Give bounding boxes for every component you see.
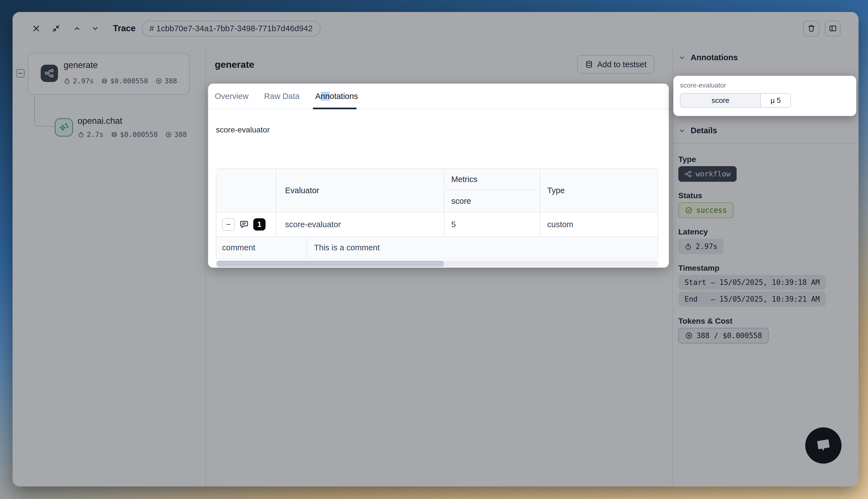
comment-key-cell: comment	[216, 237, 308, 258]
support-chat-button[interactable]	[805, 427, 842, 464]
tab-bar: Overview Raw Data Annotations	[208, 84, 669, 109]
trace-id-chip: # 1cbb70e7-34a1-7bb7-3498-771b7d46d942	[142, 21, 321, 37]
timestamp-label: Timestamp	[678, 264, 719, 273]
status-label: Status	[678, 191, 702, 200]
scrollbar-thumb[interactable]	[216, 261, 444, 267]
coins-icon	[101, 77, 108, 84]
node-metrics: 2.97s $0.000558 388	[64, 77, 177, 85]
score-value-addon: µ 5	[760, 94, 791, 107]
horizontal-scrollbar[interactable]	[216, 260, 658, 267]
header-type: Type	[541, 169, 658, 212]
tab-raw-data[interactable]: Raw Data	[264, 84, 300, 109]
latency-label: Latency	[678, 228, 708, 236]
timestamp-start-badge: Start — 15/05/2025, 10:39:18 AM	[678, 275, 826, 290]
score-evaluator-card: score-evaluator score µ 5	[673, 76, 856, 116]
header-metrics: Metrics	[445, 169, 541, 191]
text-selection: nn	[321, 92, 330, 101]
main-panel: generate Add to testset Overview Raw Dat…	[206, 45, 673, 486]
evaluator-section-title: score-evaluator	[216, 125, 270, 134]
row-type-cell: custom	[541, 212, 658, 236]
tokens-circle-plus-icon	[155, 77, 162, 84]
node-title: generate	[64, 60, 98, 70]
workflow-icon	[685, 170, 692, 178]
divider	[673, 74, 858, 74]
chevron-down-icon	[678, 54, 686, 61]
header-actions-cell	[216, 169, 276, 212]
divider	[673, 143, 858, 144]
row-score-cell: 5	[445, 212, 541, 236]
row-evaluator-cell: score-evaluator	[276, 212, 445, 236]
stopwatch-icon	[64, 77, 71, 84]
tab-content: score-evaluator Evaluator Metrics score …	[208, 109, 669, 267]
collapse-row-icon[interactable]	[222, 218, 235, 231]
add-to-testset-button[interactable]: Add to testset	[577, 55, 654, 74]
span-title: generate	[215, 59, 254, 70]
table-row-actions: 1	[216, 212, 276, 236]
panel-layout-icon	[829, 24, 837, 33]
annotation-count-badge: 1	[253, 218, 266, 231]
tree-node-openai-chat[interactable]: openai.chat	[77, 116, 122, 126]
annotation-evaluator-label: score-evaluator	[680, 82, 849, 89]
header-evaluator: Evaluator	[276, 169, 445, 212]
close-icon[interactable]	[32, 24, 40, 33]
trace-tree-sidebar: generate 2.97s $0.000558 388 openai.chat…	[13, 45, 206, 486]
score-input[interactable]: score µ 5	[680, 93, 791, 108]
header-metric-score: score	[445, 191, 541, 212]
stopwatch-icon	[77, 131, 85, 138]
tab-annotations[interactable]: Annotations	[315, 84, 358, 109]
check-circle-icon	[685, 207, 692, 214]
stopwatch-icon	[685, 243, 692, 250]
tokens-circle-plus-icon	[165, 131, 172, 138]
comment-subrow: comment This is a comment	[216, 236, 658, 258]
topbar: Trace # 1cbb70e7-34a1-7bb7-3498-771b7d46…	[13, 12, 858, 45]
tokens-cost-label: Tokens & Cost	[678, 317, 733, 326]
tokens-circle-plus-icon	[685, 332, 693, 340]
sparkles-icon[interactable]	[55, 118, 73, 137]
annotations-section-header[interactable]: Annotations	[678, 53, 738, 62]
chevron-down-icon	[678, 127, 686, 134]
chevron-up-icon[interactable]	[73, 25, 81, 32]
trash-icon	[807, 24, 816, 33]
status-badge: success	[678, 203, 734, 218]
comment-value-cell: This is a comment	[308, 237, 658, 258]
details-section-header[interactable]: Details	[678, 126, 717, 135]
latency-badge: 2.97s	[678, 239, 724, 254]
timestamp-end-badge: End — 15/05/2025, 10:39:21 AM	[678, 292, 826, 307]
coins-icon	[111, 131, 118, 138]
drawer-title: Trace	[113, 23, 135, 34]
score-metric-field[interactable]: score	[680, 94, 760, 107]
database-icon	[585, 60, 593, 69]
type-badge: workflow	[678, 166, 737, 182]
tab-overview[interactable]: Overview	[215, 84, 249, 109]
tree-node-generate[interactable]: generate 2.97s $0.000558 388	[28, 53, 190, 95]
annotations-table: Evaluator Metrics score Type	[216, 168, 658, 259]
main-header: generate Add to testset	[206, 45, 672, 84]
tree-connector-line	[34, 95, 55, 126]
details-sidebar: Annotations score-evaluator score µ 5 De…	[673, 45, 858, 486]
delete-trace-button[interactable]	[803, 21, 819, 37]
comment-icon[interactable]	[239, 219, 249, 230]
chevron-down-icon[interactable]	[92, 25, 99, 32]
chat-bubble-icon	[813, 436, 834, 456]
minimize-icon[interactable]	[52, 25, 60, 32]
annotations-tab-panel: Overview Raw Data Annotations score-eval…	[208, 84, 669, 268]
node-metrics: 2.7s $0.000558 388	[77, 131, 187, 138]
workflow-icon	[41, 65, 58, 82]
collapse-tree-icon[interactable]	[16, 69, 25, 77]
trace-drawer-window: Trace # 1cbb70e7-34a1-7bb7-3498-771b7d46…	[13, 12, 858, 486]
tokens-cost-badge: 388 / $0.000558	[678, 328, 769, 343]
side-panel-toggle-button[interactable]	[825, 21, 841, 37]
type-label: Type	[678, 155, 696, 164]
